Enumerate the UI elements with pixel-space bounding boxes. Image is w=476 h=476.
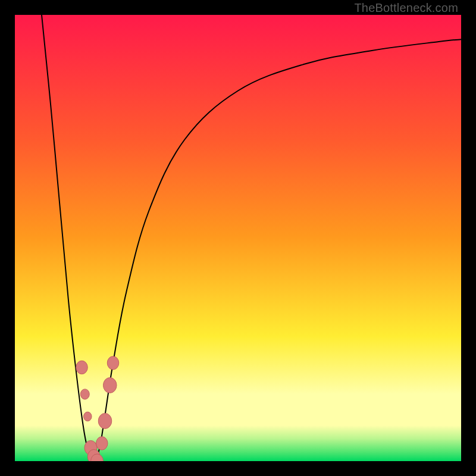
curve-right-branch	[95, 39, 461, 461]
data-marker	[76, 361, 88, 374]
chart-canvas	[15, 15, 461, 461]
data-marker	[84, 412, 92, 421]
data-marker	[96, 437, 108, 450]
data-marker	[104, 378, 117, 393]
watermark-text: TheBottleneck.com	[354, 1, 458, 15]
data-marker	[80, 389, 89, 399]
data-marker	[98, 414, 112, 429]
data-marker	[107, 356, 119, 369]
plot-frame	[15, 15, 461, 461]
